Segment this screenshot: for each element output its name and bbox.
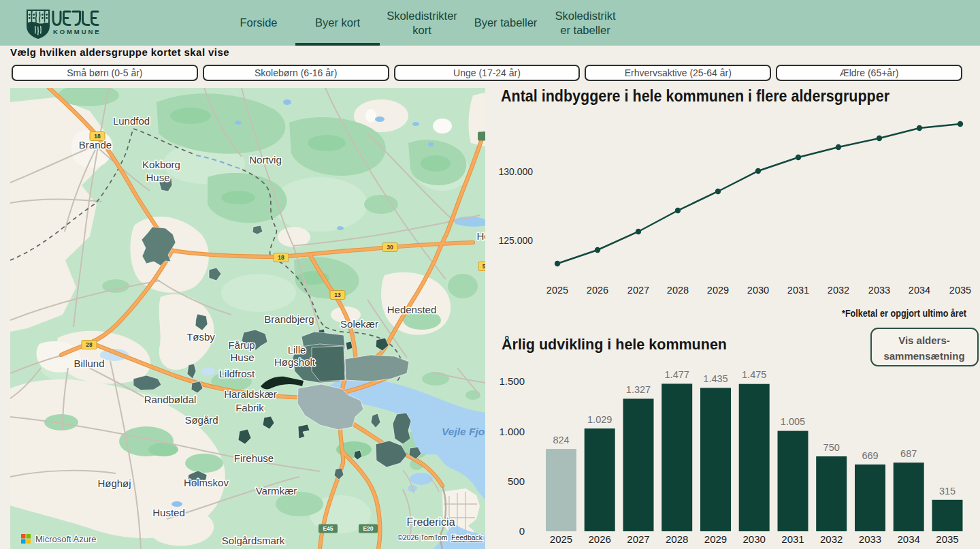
svg-text:2028: 2028: [667, 285, 689, 296]
svg-text:Nortvig: Nortvig: [249, 154, 282, 166]
svg-text:2029: 2029: [704, 533, 727, 545]
svg-text:125.000: 125.000: [498, 235, 533, 246]
svg-text:28: 28: [86, 341, 93, 348]
svg-text:2029: 2029: [707, 285, 729, 296]
svg-text:5: 5: [483, 263, 485, 270]
svg-text:Ho: Ho: [476, 230, 485, 242]
svg-text:824: 824: [553, 435, 569, 445]
svg-text:687: 687: [900, 448, 917, 459]
svg-text:Fabrik: Fabrik: [235, 402, 264, 413]
svg-text:2033: 2033: [868, 285, 890, 296]
svg-text:13: 13: [334, 292, 341, 298]
svg-text:Lille: Lille: [288, 344, 306, 356]
svg-text:Tøsby: Tøsby: [186, 331, 215, 343]
svg-text:E45: E45: [323, 525, 333, 532]
svg-text:0: 0: [519, 525, 525, 537]
svg-text:2027: 2027: [627, 285, 649, 296]
svg-text:750: 750: [823, 442, 840, 453]
svg-text:Randbøldal: Randbøldal: [144, 394, 197, 405]
svg-text:2026: 2026: [589, 533, 611, 545]
svg-text:Husted: Husted: [152, 507, 185, 518]
svg-text:Brande: Brande: [79, 139, 112, 151]
svg-text:30: 30: [387, 244, 393, 251]
svg-text:Vejle Fjord: Vejle Fjord: [442, 426, 485, 437]
svg-text:315: 315: [939, 486, 956, 497]
svg-text:2031: 2031: [787, 285, 809, 296]
svg-text:Haraldskær: Haraldskær: [224, 388, 277, 400]
svg-text:669: 669: [862, 450, 878, 461]
svg-text:1.005: 1.005: [781, 416, 805, 427]
svg-text:1.000: 1.000: [499, 426, 525, 437]
svg-text:Varmkær: Varmkær: [256, 485, 297, 497]
svg-text:1.500: 1.500: [499, 375, 525, 387]
svg-text:Høgsholt: Høgsholt: [274, 356, 316, 368]
svg-text:©2026 TomTom: ©2026 TomTom: [397, 533, 448, 542]
svg-text:2031: 2031: [781, 533, 804, 545]
svg-text:Lundfod: Lundfod: [113, 115, 150, 127]
svg-text:1.477: 1.477: [665, 369, 689, 380]
svg-text:Søgård: Søgård: [184, 414, 218, 426]
svg-text:2030: 2030: [747, 285, 769, 296]
svg-text:1.475: 1.475: [742, 369, 766, 380]
svg-text:Høghøj: Høghøj: [97, 477, 131, 489]
svg-text:Lildfrost: Lildfrost: [219, 368, 255, 379]
svg-text:1.435: 1.435: [703, 373, 728, 384]
svg-text:KOMMUNE: KOMMUNE: [53, 28, 101, 35]
svg-text:2026: 2026: [587, 285, 608, 296]
svg-text:2030: 2030: [743, 533, 766, 545]
svg-text:Fårup: Fårup: [228, 339, 255, 351]
svg-text:2027: 2027: [627, 533, 649, 545]
svg-text:Huse: Huse: [146, 172, 169, 183]
svg-text:18: 18: [278, 254, 284, 261]
svg-text:2025: 2025: [550, 533, 572, 545]
svg-text:2034: 2034: [909, 285, 930, 296]
svg-text:Solgårdsmark: Solgårdsmark: [222, 535, 285, 546]
svg-text:Kokborg: Kokborg: [142, 159, 180, 170]
svg-text:Microsoft Azure: Microsoft Azure: [35, 534, 97, 544]
svg-text:Holmskov: Holmskov: [184, 477, 229, 488]
svg-text:sammensætning: sammensætning: [883, 350, 964, 362]
svg-text:*Folketal er opgjort ultimo år: *Folketal er opgjort ultimo året: [842, 308, 966, 319]
svg-text:Firehuse: Firehuse: [234, 452, 274, 464]
svg-text:2028: 2028: [666, 533, 688, 545]
svg-text:2025: 2025: [546, 285, 568, 296]
svg-text:Fredericia: Fredericia: [406, 516, 455, 528]
svg-text:1.327: 1.327: [626, 384, 651, 395]
svg-text:Årlig udvikling i hele kommune: Årlig udvikling i hele kommunen: [502, 335, 727, 353]
svg-text:Feedback: Feedback: [451, 533, 483, 542]
svg-text:2032: 2032: [820, 533, 843, 545]
svg-text:E20: E20: [363, 525, 373, 532]
svg-text:Antal indbyggere i hele kommun: Antal indbyggere i hele kommunen i flere…: [501, 87, 889, 105]
svg-text:Brandbjerg: Brandbjerg: [264, 313, 314, 325]
svg-text:130.000: 130.000: [498, 166, 533, 177]
svg-text:2033: 2033: [859, 533, 881, 545]
svg-text:Huse: Huse: [230, 351, 254, 363]
svg-text:Solekær: Solekær: [340, 318, 378, 330]
svg-text:2035: 2035: [936, 533, 958, 545]
svg-text:2034: 2034: [898, 533, 920, 545]
svg-text:2032: 2032: [828, 285, 849, 296]
svg-text:2035: 2035: [949, 285, 971, 296]
svg-text:Billund: Billund: [74, 358, 104, 369]
svg-text:1.029: 1.029: [587, 414, 612, 425]
svg-text:Hedensted: Hedensted: [387, 304, 437, 315]
svg-text:Vis alders-: Vis alders-: [898, 334, 950, 346]
svg-text:500: 500: [508, 475, 525, 487]
